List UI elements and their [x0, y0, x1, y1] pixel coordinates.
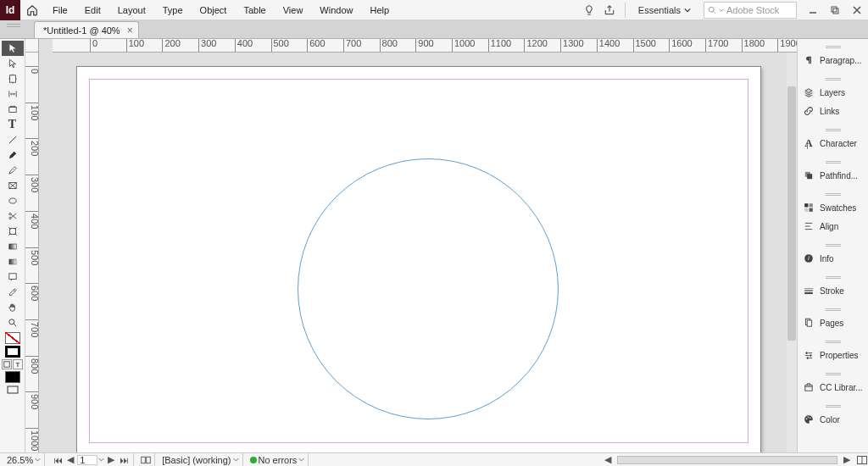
- tips-button[interactable]: [579, 0, 599, 20]
- workspace-switcher[interactable]: Essentials: [631, 2, 698, 19]
- menu-table[interactable]: Table: [235, 0, 274, 20]
- panel-pages[interactable]: Pages: [798, 313, 868, 332]
- ruler-tick: 1300: [560, 39, 583, 53]
- ruler-origin[interactable]: [25, 39, 39, 53]
- next-page-button[interactable]: ▶: [105, 454, 117, 466]
- type-tool[interactable]: T: [2, 117, 24, 132]
- app-logo: Id: [0, 0, 20, 20]
- first-page-button[interactable]: ⏮: [52, 454, 64, 466]
- minimize-icon: [809, 6, 817, 14]
- stroke-icon: [803, 285, 815, 297]
- ruler-tick: 0: [90, 39, 97, 53]
- free-transform-tool[interactable]: [2, 224, 24, 239]
- minimize-button[interactable]: [802, 2, 824, 19]
- zoom-tool[interactable]: [2, 315, 24, 330]
- ruler-tick: 600: [307, 39, 325, 53]
- menu-file[interactable]: File: [44, 0, 76, 20]
- share-button[interactable]: [599, 0, 620, 20]
- panel-align[interactable]: Align: [798, 217, 868, 236]
- selection-tool[interactable]: [2, 41, 24, 56]
- menu-help[interactable]: Help: [361, 0, 398, 20]
- maximize-button[interactable]: [824, 2, 846, 19]
- document-page[interactable]: [76, 66, 761, 452]
- zoom-level[interactable]: 26.5%: [3, 453, 45, 467]
- pen-tool[interactable]: [2, 147, 24, 163]
- formatting-text[interactable]: T: [13, 359, 23, 369]
- ellipse-shape[interactable]: [298, 158, 559, 419]
- panel-layers[interactable]: Layers: [798, 83, 868, 102]
- pathfind-icon: [803, 169, 815, 181]
- home-button[interactable]: [20, 0, 44, 20]
- panel-dock: Paragrap...LayersLinksA|CharacterPathfin…: [797, 39, 868, 452]
- line-tool[interactable]: [2, 132, 24, 147]
- last-page-button[interactable]: ⏭: [118, 454, 130, 466]
- panel-label: Color: [820, 415, 840, 424]
- panel-cclibrar[interactable]: CC Librar...: [798, 378, 868, 397]
- tab-close-button[interactable]: ×: [127, 25, 133, 36]
- svg-point-28: [807, 358, 809, 359]
- pencil-tool[interactable]: [2, 163, 24, 178]
- menu-bar: Id FileEditLayoutTypeObjectTableViewWind…: [0, 0, 868, 20]
- page-tool[interactable]: [2, 71, 24, 86]
- formatting-container[interactable]: [2, 359, 12, 369]
- gradient-feather-tool[interactable]: [2, 254, 24, 269]
- vertical-scrollbar[interactable]: [787, 53, 797, 452]
- panel-color[interactable]: Color: [798, 410, 868, 429]
- panel-label: Layers: [820, 88, 845, 97]
- scrollbar-thumb[interactable]: [787, 86, 796, 341]
- horizontal-scrollbar[interactable]: [617, 456, 837, 464]
- stock-search[interactable]: Adobe Stock: [704, 2, 797, 19]
- document-tab[interactable]: *Untitled-1 @ 40% ×: [34, 21, 139, 38]
- menu-type[interactable]: Type: [154, 0, 192, 20]
- horizontal-ruler[interactable]: 0100200300400500600700800900100011001200…: [53, 39, 797, 53]
- hollow-arrow-icon: [8, 58, 18, 69]
- canvas-area[interactable]: [39, 53, 797, 452]
- svg-rect-10: [8, 244, 15, 249]
- chevron-down-icon: [233, 457, 239, 463]
- panel-stroke[interactable]: Stroke: [798, 281, 868, 300]
- vertical-ruler[interactable]: 01002003004005006007008009001000: [25, 53, 39, 452]
- gradient-swatch-tool[interactable]: [2, 239, 24, 254]
- panel-links[interactable]: Links: [798, 102, 868, 120]
- menu-view[interactable]: View: [275, 0, 312, 20]
- tab-bar-grip[interactable]: [3, 24, 24, 34]
- content-collector-tool[interactable]: [2, 102, 24, 117]
- ellipse-tool[interactable]: [2, 193, 24, 208]
- stroke-swatch[interactable]: [5, 346, 20, 358]
- svg-rect-12: [8, 274, 15, 280]
- panel-pathfind[interactable]: Pathfind...: [798, 166, 868, 185]
- direct-selection-tool[interactable]: [2, 56, 24, 71]
- panel-paragrap[interactable]: Paragrap...: [798, 51, 868, 69]
- gap-tool[interactable]: [2, 86, 24, 102]
- align-icon: [803, 220, 815, 232]
- panel-swatches[interactable]: Swatches: [798, 198, 868, 217]
- ruler-tick: 600: [25, 283, 39, 301]
- menu-object[interactable]: Object: [192, 0, 236, 20]
- menu-window[interactable]: Window: [311, 0, 361, 20]
- ruler-tick: 800: [25, 356, 39, 374]
- apply-color[interactable]: [5, 371, 20, 383]
- pen-icon: [8, 150, 18, 160]
- eyedropper-tool[interactable]: [2, 285, 24, 300]
- preflight-status[interactable]: No errors: [247, 453, 309, 467]
- split-view-button[interactable]: [856, 454, 868, 466]
- scroll-left-button[interactable]: ◀: [602, 454, 614, 466]
- hand-tool[interactable]: [2, 300, 24, 315]
- prev-page-button[interactable]: ◀: [64, 454, 76, 466]
- panel-character[interactable]: A|Character: [798, 134, 868, 153]
- fill-swatch[interactable]: [5, 332, 20, 344]
- scroll-right-button[interactable]: ▶: [841, 454, 853, 466]
- view-mode-toggle[interactable]: [5, 385, 20, 395]
- note-tool[interactable]: [2, 269, 24, 285]
- rectangle-frame-tool[interactable]: [2, 178, 24, 193]
- page-number-field[interactable]: 1: [77, 455, 97, 465]
- preflight-profile[interactable]: [Basic] (working): [159, 453, 242, 467]
- menu-edit[interactable]: Edit: [76, 0, 109, 20]
- panel-info[interactable]: iInfo: [798, 249, 868, 268]
- panel-properties[interactable]: Properties: [798, 346, 868, 364]
- close-window-button[interactable]: [846, 2, 868, 19]
- ruler-tick: 400: [25, 211, 39, 229]
- menu-layout[interactable]: Layout: [109, 0, 154, 20]
- scissors-tool[interactable]: [2, 208, 24, 224]
- open-master-button[interactable]: [137, 453, 155, 467]
